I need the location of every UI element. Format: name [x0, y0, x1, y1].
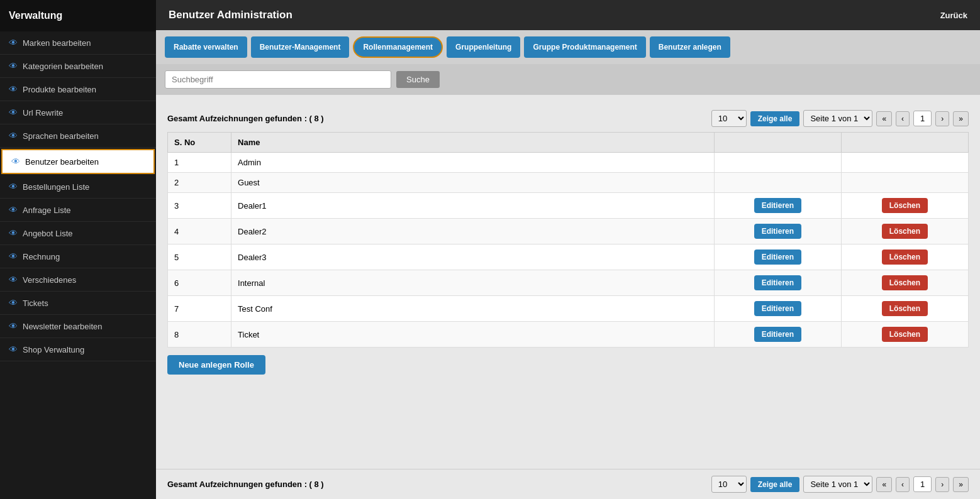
- col-header-sno: S. No: [168, 133, 231, 153]
- sidebar-icon-newsletter: 👁: [9, 321, 18, 331]
- table-row: 1 Admin: [168, 153, 969, 173]
- delete-button[interactable]: Löschen: [882, 224, 928, 239]
- sidebar-item-angebot[interactable]: 👁Angebot Liste: [0, 222, 156, 245]
- edit-button[interactable]: Editieren: [754, 224, 801, 239]
- sidebar-item-sprachen[interactable]: 👁Sprachen bearbeiten: [0, 124, 156, 148]
- tab-rollenmanagement[interactable]: Rollenmanagement: [353, 36, 443, 58]
- edit-button[interactable]: Editieren: [754, 198, 801, 213]
- page-info-select-bottom[interactable]: Seite 1 von 1: [803, 476, 872, 493]
- table-row: 6 Internal Editieren Löschen: [168, 270, 969, 296]
- delete-button[interactable]: Löschen: [882, 198, 928, 213]
- cell-sno: 8: [168, 322, 231, 348]
- sidebar-icon-shop: 👁: [9, 344, 18, 354]
- cell-name: Dealer1: [231, 193, 715, 219]
- main-content: Benutzer Administration Zurück Rabatte v…: [156, 0, 980, 499]
- sidebar-item-url-rewrite[interactable]: 👁Url Rewrite: [0, 101, 156, 124]
- sidebar-icon-bestellungen: 👁: [9, 182, 18, 192]
- cell-name: Admin: [231, 153, 715, 173]
- sidebar-label-newsletter: Newsletter bearbeiten: [23, 322, 102, 331]
- sidebar-icon-produkte: 👁: [9, 84, 18, 94]
- sidebar-item-anfrage[interactable]: 👁Anfrage Liste: [0, 199, 156, 222]
- new-role-button[interactable]: Neue anlegen Rolle: [167, 355, 265, 375]
- sidebar-item-verschiedenes[interactable]: 👁Verschiedenes: [0, 268, 156, 292]
- table-row: 3 Dealer1 Editieren Löschen: [168, 193, 969, 219]
- next-page-button-bottom[interactable]: ›: [935, 477, 949, 492]
- prev-page-button-top[interactable]: ‹: [896, 111, 910, 126]
- sidebar-label-verschiedenes: Verschiedenes: [23, 275, 76, 285]
- per-page-select-bottom[interactable]: 10 25 50 100: [711, 476, 747, 493]
- edit-button[interactable]: Editieren: [754, 301, 801, 316]
- sidebar-label-shop: Shop Verwaltung: [23, 345, 84, 354]
- first-page-button-bottom[interactable]: «: [876, 477, 892, 492]
- zeige-alle-button-bottom[interactable]: Zeige alle: [750, 477, 800, 492]
- sidebar-icon-angebot: 👁: [9, 228, 18, 238]
- sidebar-item-newsletter[interactable]: 👁Newsletter bearbeiten: [0, 315, 156, 338]
- records-total-top: Gesamt Aufzeichnungen gefunden : ( 8 ): [167, 114, 324, 123]
- sidebar-item-shop[interactable]: 👁Shop Verwaltung: [0, 338, 156, 361]
- edit-button[interactable]: Editieren: [754, 250, 801, 265]
- sidebar-label-marken: Marken bearbeiten: [23, 38, 91, 48]
- sidebar-icon-verschiedenes: 👁: [9, 275, 18, 285]
- sidebar-label-benutzer: Benutzer bearbeiten: [25, 157, 99, 167]
- sidebar-item-bestellungen[interactable]: 👁Bestellungen Liste: [0, 175, 156, 199]
- table-row: 8 Ticket Editieren Löschen: [168, 322, 969, 348]
- sidebar-icon-rechnung: 👁: [9, 251, 18, 261]
- tab-benutzer-anlegen[interactable]: Benutzer anlegen: [650, 36, 730, 58]
- sidebar-label-tickets: Tickets: [23, 299, 48, 308]
- cell-sno: 5: [168, 244, 231, 270]
- last-page-button-top[interactable]: »: [953, 111, 969, 126]
- delete-button[interactable]: Löschen: [882, 275, 928, 290]
- sidebar-icon-anfrage: 👁: [9, 205, 18, 215]
- search-button[interactable]: Suche: [396, 71, 440, 88]
- page-title: Benutzer Administration: [169, 9, 292, 21]
- cell-name: Guest: [231, 173, 715, 193]
- cell-name: Test Conf: [231, 296, 715, 322]
- sidebar-item-kategorien[interactable]: 👁Kategorien bearbeiten: [0, 55, 156, 78]
- zeige-alle-button-top[interactable]: Zeige alle: [750, 111, 800, 126]
- tab-benutzer-management[interactable]: Benutzer-Management: [251, 36, 350, 58]
- delete-button[interactable]: Löschen: [882, 301, 928, 316]
- table-row: 5 Dealer3 Editieren Löschen: [168, 244, 969, 270]
- sidebar-item-benutzer[interactable]: 👁Benutzer bearbeiten: [1, 149, 155, 174]
- tab-rabatte[interactable]: Rabatte verwalten: [165, 36, 247, 58]
- records-controls-bottom: 10 25 50 100 Zeige alle Seite 1 von 1 « …: [711, 476, 969, 493]
- sidebar-icon-benutzer: 👁: [11, 156, 20, 167]
- cell-edit: [714, 173, 841, 193]
- sidebar-label-sprachen: Sprachen bearbeiten: [23, 131, 99, 141]
- delete-button[interactable]: Löschen: [882, 250, 928, 265]
- last-page-button-bottom[interactable]: »: [953, 477, 969, 492]
- prev-page-button-bottom[interactable]: ‹: [896, 477, 910, 492]
- tab-gruppe-produktmanagement[interactable]: Gruppe Produktmanagement: [524, 36, 645, 58]
- cell-name: Ticket: [231, 322, 715, 348]
- tab-gruppenleitung[interactable]: Gruppenleitung: [447, 36, 520, 58]
- next-page-button-top[interactable]: ›: [935, 111, 949, 126]
- col-header-action2: [841, 133, 968, 153]
- back-button[interactable]: Zurück: [940, 11, 967, 20]
- table-row: 4 Dealer2 Editieren Löschen: [168, 219, 969, 244]
- sidebar-icon-kategorien: 👁: [9, 61, 18, 71]
- page-number-display-top: 1: [913, 111, 932, 126]
- roles-table: S. No Name 1 Admin 2 Guest 3 Dealer1: [167, 132, 969, 348]
- sidebar-item-marken[interactable]: 👁Marken bearbeiten: [0, 31, 156, 55]
- sidebar-item-produkte[interactable]: 👁Produkte bearbeiten: [0, 78, 156, 101]
- edit-button[interactable]: Editieren: [754, 327, 801, 342]
- sidebar-item-rechnung[interactable]: 👁Rechnung: [0, 245, 156, 268]
- delete-button[interactable]: Löschen: [882, 327, 928, 342]
- cell-name: Dealer2: [231, 219, 715, 244]
- edit-button[interactable]: Editieren: [754, 275, 801, 290]
- first-page-button-top[interactable]: «: [876, 111, 892, 126]
- cell-sno: 7: [168, 296, 231, 322]
- cell-delete: [841, 173, 968, 193]
- cell-edit: Editieren: [714, 193, 841, 219]
- search-input[interactable]: [165, 70, 391, 89]
- sidebar-icon-url-rewrite: 👁: [9, 107, 18, 118]
- col-header-name: Name: [231, 133, 715, 153]
- sidebar-label-angebot: Angebot Liste: [23, 229, 73, 238]
- sidebar-label-anfrage: Anfrage Liste: [23, 206, 71, 215]
- cell-name: Dealer3: [231, 244, 715, 270]
- cell-delete: Löschen: [841, 270, 968, 296]
- per-page-select-top[interactable]: 10 25 50 100: [711, 110, 747, 127]
- records-controls-top: 10 25 50 100 Zeige alle Seite 1 von 1 « …: [711, 110, 969, 127]
- sidebar-item-tickets[interactable]: 👁Tickets: [0, 292, 156, 315]
- page-info-select-top[interactable]: Seite 1 von 1: [803, 110, 872, 127]
